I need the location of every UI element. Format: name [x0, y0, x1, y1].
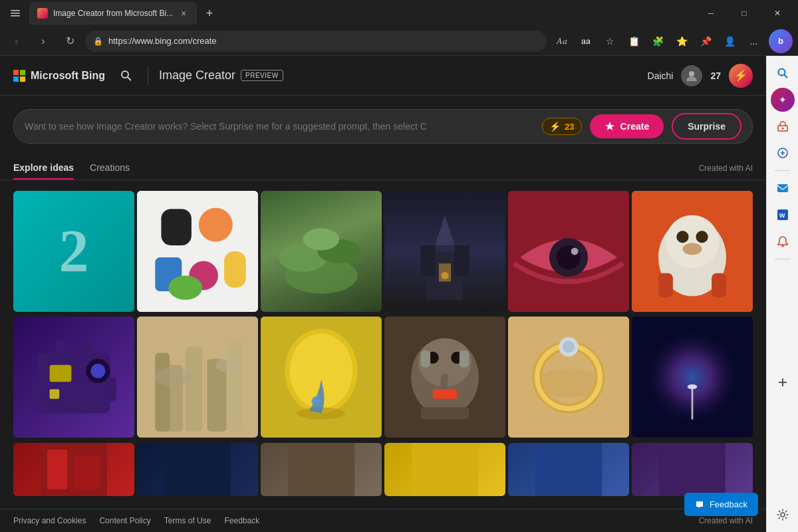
svg-rect-81	[412, 443, 478, 496]
tab-close-btn[interactable]: ×	[178, 8, 189, 19]
svg-rect-49	[228, 341, 243, 432]
svg-point-12	[168, 275, 202, 299]
feedback-float-button[interactable]: Feedback	[684, 493, 758, 516]
bing-text: Microsoft Bing	[31, 70, 105, 82]
sidebar-search-icon[interactable]	[771, 61, 795, 85]
prompt-area: ⚡ 23 Create Surprise	[0, 96, 766, 150]
grid-image-red-partial[interactable]	[13, 443, 134, 496]
svg-rect-2	[11, 15, 20, 17]
collections-btn[interactable]: 📋	[622, 30, 645, 53]
grid-image-teal-2[interactable]: 2	[13, 191, 134, 312]
pin-btn[interactable]: 📌	[694, 30, 717, 53]
grid-image-shapes[interactable]	[137, 191, 258, 312]
active-tab[interactable]: Image Creator from Microsoft Bi... ×	[29, 2, 197, 25]
reader-view-btn[interactable]: 𝐚𝐚	[575, 30, 597, 53]
sidebar-toggle[interactable]	[5, 3, 25, 23]
prompt-input[interactable]	[25, 121, 534, 132]
extensions-btn[interactable]: 🧩	[646, 30, 669, 53]
tab-explore[interactable]: Explore ideas	[13, 157, 74, 180]
sidebar-settings-icon[interactable]	[771, 503, 795, 527]
sidebar-word-icon[interactable]: W	[771, 203, 795, 227]
privacy-link[interactable]: Privacy and Cookies	[13, 516, 86, 525]
maximize-btn[interactable]: □	[729, 3, 759, 23]
svg-rect-19	[455, 245, 469, 276]
address-bar[interactable]: 🔒 https://www.bing.com/create	[85, 31, 547, 52]
back-btn[interactable]: ‹	[5, 30, 28, 53]
grid-image-elephant[interactable]	[384, 317, 505, 438]
header-right: Daichi 27 ⚡	[648, 64, 753, 88]
grid-image-eye[interactable]	[508, 191, 629, 312]
bing-copilot-btn[interactable]: b	[769, 29, 793, 53]
grid-image-night-partial[interactable]	[137, 443, 258, 496]
svg-rect-47	[186, 347, 202, 432]
grid-image-blue-partial[interactable]	[508, 443, 629, 496]
svg-rect-40	[31, 377, 41, 401]
svg-rect-1	[11, 13, 20, 14]
close-btn[interactable]: ✕	[762, 3, 793, 23]
image-grid: 2	[0, 180, 766, 509]
grid-image-castle[interactable]	[384, 191, 505, 312]
tab-title: Image Creator from Microsoft Bi...	[53, 9, 173, 18]
minimize-btn[interactable]: ─	[696, 3, 726, 23]
sidebar-add-icon[interactable]	[771, 370, 795, 394]
svg-point-30	[676, 231, 688, 243]
svg-point-29	[666, 215, 719, 268]
grid-image-dog-astronaut[interactable]	[632, 191, 753, 312]
ms-bing-logo[interactable]: Microsoft Bing	[13, 70, 105, 82]
page-footer: Privacy and Cookies Content Policy Terms…	[0, 509, 766, 532]
sidebar-notification-icon[interactable]	[771, 229, 795, 253]
more-btn[interactable]: ...	[742, 30, 765, 53]
grid-image-lemon[interactable]	[261, 317, 382, 438]
image-creator-text: Image Creator	[159, 68, 235, 82]
right-sidebar: ✦ W	[766, 56, 798, 532]
grid-image-person-partial[interactable]	[261, 443, 382, 496]
sidebar-outlook-icon[interactable]	[771, 176, 795, 200]
refresh-btn[interactable]: ↻	[59, 30, 81, 53]
grid-image-partial-6[interactable]	[632, 443, 753, 496]
svg-rect-43	[82, 341, 92, 358]
feedback-link[interactable]: Feedback	[224, 516, 259, 525]
svg-point-56	[311, 396, 321, 406]
grid-image-space[interactable]	[632, 317, 753, 438]
svg-text:W: W	[779, 212, 785, 219]
grid-image-succulents[interactable]	[261, 191, 382, 312]
svg-marker-20	[435, 215, 454, 245]
tab-creations[interactable]: Creations	[90, 157, 130, 180]
read-aloud-btn[interactable]: 𝐴𝑎	[551, 30, 573, 53]
svg-rect-11	[224, 251, 246, 288]
favorites-btn[interactable]: ⭐	[670, 30, 693, 53]
search-btn[interactable]	[116, 65, 137, 86]
profile-btn[interactable]: 👤	[718, 30, 741, 53]
grid-image-ring[interactable]	[508, 317, 629, 438]
favorites-add-btn[interactable]: ☆	[598, 30, 621, 53]
svg-point-26	[571, 248, 579, 255]
header-divider	[148, 66, 148, 86]
svg-line-85	[784, 74, 787, 78]
sidebar-copilot-icon[interactable]: ✦	[771, 88, 795, 112]
svg-point-39	[90, 364, 105, 378]
svg-rect-33	[658, 273, 673, 297]
boost-icon-btn[interactable]: ⚡	[729, 64, 753, 88]
surprise-button[interactable]: Surprise	[672, 113, 741, 140]
grid-image-yellow-partial[interactable]	[384, 443, 505, 496]
svg-point-51	[215, 358, 239, 372]
user-avatar[interactable]	[681, 65, 702, 86]
forward-btn[interactable]: ›	[32, 30, 55, 53]
content-policy-link[interactable]: Content Policy	[99, 516, 150, 525]
svg-rect-78	[74, 456, 100, 489]
svg-rect-83	[659, 443, 726, 496]
grid-image-robot[interactable]	[13, 317, 134, 438]
tab-bar: Image Creator from Microsoft Bi... × +	[29, 1, 692, 26]
svg-rect-62	[421, 350, 431, 367]
grid-image-city[interactable]	[137, 317, 258, 438]
terms-link[interactable]: Terms of Use	[164, 516, 211, 525]
svg-point-31	[696, 231, 708, 243]
ms-sq-4	[20, 76, 25, 82]
svg-point-95	[781, 513, 785, 517]
new-tab-button[interactable]: +	[200, 3, 219, 23]
create-button[interactable]: Create	[590, 114, 664, 138]
sidebar-toolbox-icon[interactable]	[771, 114, 795, 138]
svg-point-8	[199, 207, 233, 241]
sidebar-labs-icon[interactable]	[771, 141, 795, 165]
svg-rect-7	[161, 209, 192, 245]
